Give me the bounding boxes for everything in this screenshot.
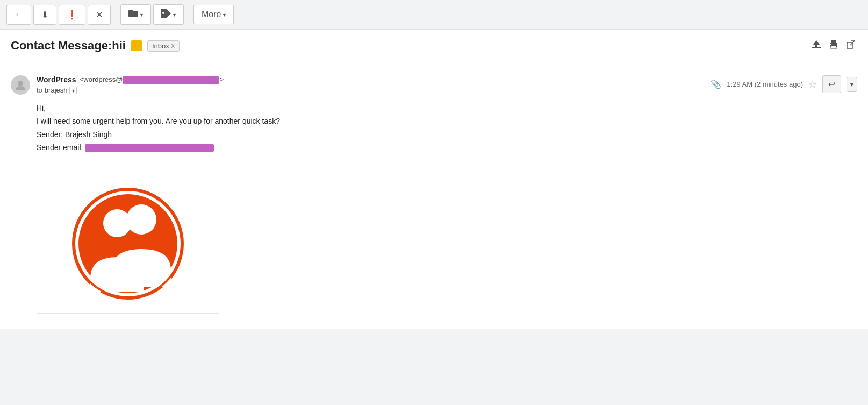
external-link-icon bbox=[847, 41, 855, 51]
toolbar: ← ⬇︎ ❗ ✕ ▾ ▾ More ▾ bbox=[0, 0, 868, 30]
email-meta: WordPress <wordpress@ > to brajesh ▾ bbox=[37, 75, 704, 94]
trash-icon: ✕ bbox=[96, 10, 103, 20]
external-link-icon-button[interactable] bbox=[844, 38, 857, 53]
email-body: Hi, I will need some urgent help from yo… bbox=[37, 102, 857, 154]
inbox-badge: Inbox x bbox=[147, 40, 180, 52]
svg-point-8 bbox=[18, 81, 23, 86]
svg-point-14 bbox=[103, 209, 131, 237]
body-line-1: Hi, bbox=[37, 102, 857, 114]
move-arrow-icon: ▾ bbox=[140, 12, 143, 18]
to-dropdown[interactable]: ▾ bbox=[69, 87, 77, 94]
toolbar-group-left: ← ⬇︎ ❗ ✕ bbox=[6, 5, 111, 25]
more-actions-icon: ▾ bbox=[850, 81, 853, 88]
email-message-card: WordPress <wordpress@ > to brajesh ▾ 📎 1… bbox=[11, 69, 857, 320]
sender-avatar bbox=[11, 75, 30, 95]
sender-email-body-redacted bbox=[85, 144, 214, 152]
reply-icon: ↩ bbox=[828, 80, 835, 89]
svg-rect-0 bbox=[812, 47, 821, 48]
star-icon[interactable]: ☆ bbox=[808, 79, 817, 90]
body-line-2: I will need some urgent help from you. A… bbox=[37, 115, 857, 127]
upload-icon bbox=[812, 41, 821, 51]
header-action-icons bbox=[810, 38, 857, 53]
toolbar-group-move: ▾ ▾ bbox=[120, 4, 184, 25]
email-time: 1:29 AM (2 minutes ago) bbox=[727, 80, 803, 88]
archive-button[interactable]: ⬇︎ bbox=[33, 5, 56, 25]
body-line-3: Sender: Brajesh Singh bbox=[37, 129, 857, 140]
svg-rect-4 bbox=[831, 46, 836, 49]
sender-email-redacted bbox=[123, 76, 219, 84]
print-icon bbox=[829, 41, 838, 51]
email-subject: Contact Message:hii bbox=[11, 39, 126, 53]
subject-row: Contact Message:hii Inbox x bbox=[11, 38, 857, 60]
email-attachment-image bbox=[37, 174, 219, 314]
delete-button[interactable]: ✕ bbox=[88, 5, 111, 25]
email-header: WordPress <wordpress@ > to brajesh ▾ 📎 1… bbox=[11, 75, 857, 95]
more-actions-button[interactable]: ▾ bbox=[847, 77, 857, 92]
back-button[interactable]: ← bbox=[6, 5, 31, 25]
body-line-4: Sender email: bbox=[37, 141, 857, 153]
more-button[interactable]: More ▾ bbox=[193, 5, 234, 24]
sender-name: WordPress bbox=[37, 75, 76, 84]
email-body-divider bbox=[11, 165, 857, 165]
upload-icon-button[interactable] bbox=[810, 38, 823, 53]
to-line: to brajesh ▾ bbox=[37, 86, 704, 94]
sender-line: WordPress <wordpress@ > bbox=[37, 75, 704, 84]
print-icon-button[interactable] bbox=[827, 38, 840, 53]
label-tag-icon[interactable] bbox=[131, 40, 142, 51]
reply-button[interactable]: ↩ bbox=[822, 75, 841, 93]
email-view: Contact Message:hii Inbox x bbox=[0, 30, 868, 329]
folder-icon bbox=[128, 10, 138, 19]
inbox-badge-label: Inbox bbox=[152, 42, 169, 50]
tag-icon bbox=[161, 9, 171, 20]
svg-rect-5 bbox=[830, 44, 831, 45]
spam-button[interactable]: ❗ bbox=[59, 5, 85, 25]
svg-rect-2 bbox=[831, 40, 836, 43]
attachment-icon: 📎 bbox=[711, 79, 721, 89]
svg-marker-1 bbox=[813, 40, 820, 47]
spam-icon: ❗ bbox=[67, 10, 77, 20]
move-button[interactable]: ▾ bbox=[120, 4, 151, 25]
sender-email-display: <wordpress@ > bbox=[80, 75, 224, 84]
label-arrow-icon: ▾ bbox=[173, 12, 176, 18]
inbox-badge-close[interactable]: x bbox=[171, 42, 175, 49]
svg-point-13 bbox=[126, 204, 156, 235]
more-arrow-icon: ▾ bbox=[223, 12, 226, 18]
archive-icon: ⬇︎ bbox=[41, 10, 48, 20]
label-button[interactable]: ▾ bbox=[153, 4, 184, 25]
email-time-area: 📎 1:29 AM (2 minutes ago) ☆ ↩ ▾ bbox=[711, 75, 857, 93]
